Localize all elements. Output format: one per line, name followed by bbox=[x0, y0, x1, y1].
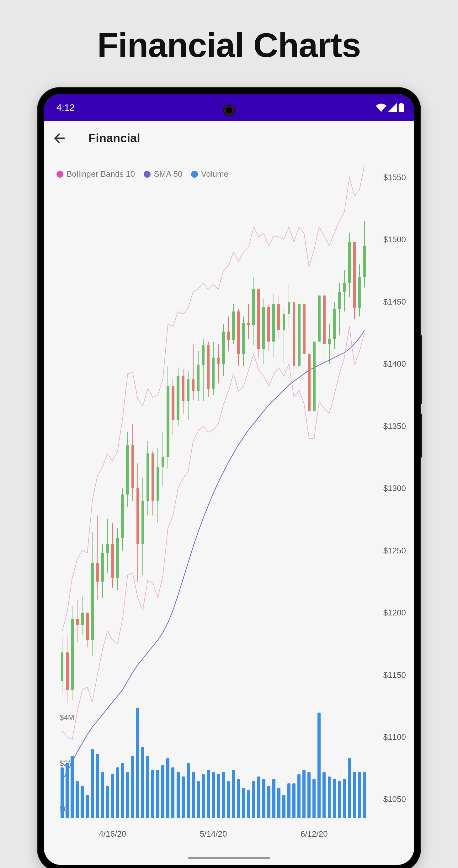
price-tick: $1300 bbox=[383, 484, 406, 493]
price-tick: $1100 bbox=[383, 732, 406, 742]
camera-punchhole-icon bbox=[223, 105, 235, 116]
price-tick: $1400 bbox=[383, 359, 406, 369]
price-tick: $1350 bbox=[383, 421, 406, 431]
wifi-icon bbox=[376, 103, 387, 112]
price-tick: $1250 bbox=[383, 546, 406, 555]
financial-chart[interactable]: Bollinger Bands 10 SMA 50 Volume $1550$1… bbox=[44, 155, 414, 865]
back-arrow-icon[interactable] bbox=[53, 131, 66, 145]
date-axis: 4/16/205/14/206/12/20 bbox=[60, 818, 367, 852]
price-tick: $1150 bbox=[383, 670, 406, 680]
price-tick: $1050 bbox=[383, 794, 406, 804]
price-tick: $1200 bbox=[383, 608, 406, 618]
price-tick: $1500 bbox=[383, 235, 406, 244]
app-bar: Financial bbox=[44, 121, 414, 156]
screen: 4:12 Financial Bollinger Bands 10 bbox=[44, 94, 414, 865]
price-tick: $1450 bbox=[383, 297, 406, 307]
phone-frame: 4:12 Financial Bollinger Bands 10 bbox=[38, 88, 420, 868]
signal-icon bbox=[388, 103, 397, 112]
battery-icon bbox=[398, 103, 404, 112]
price-tick: $1550 bbox=[383, 172, 406, 182]
date-tick: 6/12/20 bbox=[300, 829, 328, 839]
nav-home-pill-icon[interactable] bbox=[188, 857, 270, 859]
plot-area[interactable] bbox=[60, 165, 367, 818]
appbar-title: Financial bbox=[88, 132, 140, 145]
status-time: 4:12 bbox=[56, 102, 75, 113]
page-title: Financial Charts bbox=[0, 25, 458, 65]
svg-rect-0 bbox=[399, 104, 404, 112]
volume-bars bbox=[60, 699, 367, 818]
date-tick: 5/14/20 bbox=[200, 829, 227, 839]
svg-rect-1 bbox=[400, 103, 402, 104]
date-tick: 4/16/20 bbox=[99, 829, 126, 839]
price-axis: $1550$1500$1450$1400$1350$1300$1250$1200… bbox=[367, 165, 414, 818]
